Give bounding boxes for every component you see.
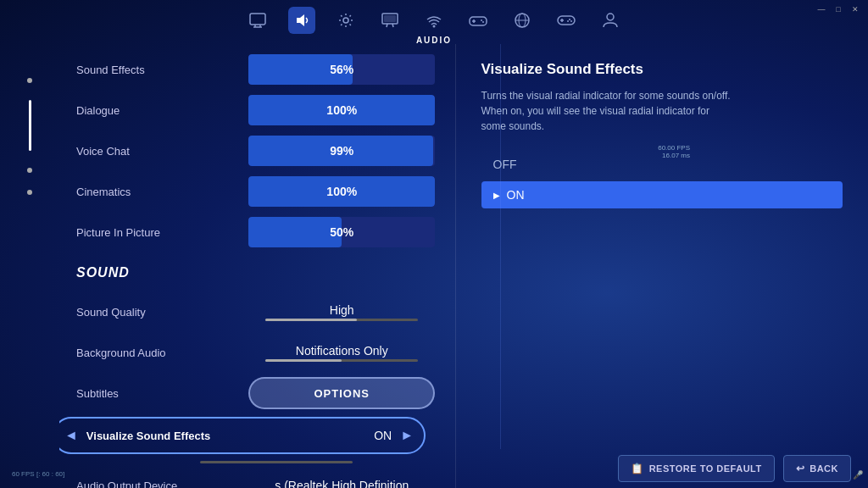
minimize-button[interactable]: — <box>815 3 827 15</box>
svg-point-22 <box>569 19 570 20</box>
play-icon: ▶ <box>493 191 500 200</box>
pip-fill <box>248 217 342 247</box>
nav-icon-network[interactable] <box>420 7 448 34</box>
setting-row-background-audio: Background Audio Notifications Only <box>76 336 438 369</box>
pip-label: Picture In Picture <box>76 226 246 239</box>
back-label: BACK <box>810 463 838 474</box>
nav-icon-user[interactable] <box>597 7 624 34</box>
svg-point-14 <box>481 19 482 21</box>
close-button[interactable]: ✕ <box>849 3 861 15</box>
restore-icon: 📋 <box>631 463 644 474</box>
voice-chat-value: 99% <box>330 144 353 158</box>
fps-display: 60.00 FPS 16.07 ms <box>658 144 690 159</box>
dialogue-control[interactable]: 100% <box>246 95 438 125</box>
nav-icon-audio[interactable] <box>288 7 315 34</box>
subtitles-control[interactable]: OPTIONS <box>246 377 438 409</box>
setting-row-picture-in-picture: Picture In Picture 50% <box>76 215 438 249</box>
nav-icon-globe[interactable] <box>509 7 536 34</box>
sidebar-scroll-indicator <box>29 100 31 151</box>
nav-icon-controller1[interactable] <box>465 7 492 34</box>
setting-row-sound-effects: Sound Effects 56% <box>76 53 438 86</box>
nav-label: AUDIO <box>416 36 452 45</box>
window-chrome: — □ ✕ <box>809 0 868 19</box>
visualize-sound-effects-value: ON <box>374 429 392 442</box>
svg-rect-0 <box>250 14 265 25</box>
dialogue-label: Dialogue <box>76 104 246 117</box>
settings-panel: Sound Effects 56% Dialogue 100% Voice Ch… <box>59 44 455 488</box>
svg-point-10 <box>433 25 436 28</box>
svg-point-5 <box>343 18 348 23</box>
setting-row-cinematics: Cinematics 100% <box>76 175 438 208</box>
left-arrow-button[interactable]: ◄ <box>64 428 78 443</box>
sound-quality-value: High <box>330 303 354 317</box>
setting-row-dialogue: Dialogue 100% <box>76 93 438 127</box>
fps-bottom-display: 60 FPS [: 60 : 60] <box>12 470 64 478</box>
sound-quality-label: Sound Quality <box>76 306 246 319</box>
nav-icon-display[interactable] <box>376 7 403 34</box>
option-on[interactable]: ▶ ON <box>481 181 843 208</box>
pip-control[interactable]: 50% <box>246 217 438 247</box>
setting-row-sound-quality: Sound Quality High <box>76 295 438 329</box>
svg-point-25 <box>607 14 614 20</box>
sidebar <box>0 44 59 488</box>
sidebar-dot-3 <box>27 190 32 195</box>
bottom-bar: 60 FPS [: 60 : 60] 📋 RESTORE TO DEFAULT … <box>0 449 868 488</box>
sound-section-header: SOUND <box>76 256 438 290</box>
restore-default-button[interactable]: 📋 RESTORE TO DEFAULT <box>618 455 775 482</box>
dialogue-value: 100% <box>326 103 357 117</box>
background-audio-value: Notifications Only <box>296 344 388 358</box>
vertical-divider <box>500 44 501 449</box>
option-list: OFF ▶ ON <box>481 151 843 208</box>
sound-effects-value: 56% <box>330 63 353 76</box>
right-panel-title: Visualize Sound Effects <box>481 61 843 78</box>
sound-label: SOUND <box>76 265 246 280</box>
back-icon: ↩ <box>796 463 805 474</box>
main-content: Sound Effects 56% Dialogue 100% Voice Ch… <box>0 44 868 488</box>
svg-line-8 <box>387 24 387 27</box>
maximize-button[interactable]: □ <box>832 3 844 15</box>
sound-effects-label: Sound Effects <box>76 64 246 76</box>
nav-icon-gamepad[interactable] <box>553 7 580 34</box>
svg-marker-4 <box>297 14 304 26</box>
svg-rect-7 <box>384 15 396 22</box>
right-panel-description: Turns the visual radial indicator for so… <box>481 88 736 134</box>
cinematics-label: Cinematics <box>76 186 246 198</box>
setting-row-subtitles: Subtitles OPTIONS <box>76 376 438 410</box>
nav-icon-settings[interactable] <box>332 7 359 34</box>
sidebar-dot-1 <box>27 78 32 83</box>
restore-label: RESTORE TO DEFAULT <box>649 463 762 474</box>
nav-icon-monitor[interactable] <box>244 7 271 34</box>
back-button[interactable]: ↩ BACK <box>783 455 851 482</box>
background-audio-control[interactable]: Notifications Only <box>246 344 438 362</box>
top-nav: AUDIO <box>0 0 868 44</box>
cinematics-control[interactable]: 100% <box>246 176 438 207</box>
svg-point-24 <box>567 20 569 22</box>
voice-chat-label: Voice Chat <box>76 145 246 158</box>
right-arrow-button[interactable]: ► <box>400 428 414 443</box>
mic-icon: 🎤 <box>853 470 863 480</box>
sound-effects-control[interactable]: 56% <box>246 54 438 85</box>
svg-line-9 <box>392 24 393 27</box>
nav-icons-row <box>244 0 624 34</box>
voice-chat-control[interactable]: 99% <box>246 136 438 166</box>
right-panel: Visualize Sound Effects 60.00 FPS 16.07 … <box>455 44 869 488</box>
svg-point-23 <box>570 20 572 22</box>
svg-point-15 <box>482 21 484 23</box>
options-button[interactable]: OPTIONS <box>248 377 435 409</box>
background-audio-label: Background Audio <box>76 347 246 359</box>
pip-value: 50% <box>330 225 353 239</box>
cinematics-value: 100% <box>326 185 357 198</box>
sidebar-dot-2 <box>27 168 32 173</box>
setting-row-voice-chat: Voice Chat 99% <box>76 134 438 168</box>
visualize-sound-effects-label: Visualize Sound Effects <box>86 430 365 442</box>
subtitles-label: Subtitles <box>76 387 246 400</box>
sound-quality-control[interactable]: High <box>246 303 438 321</box>
